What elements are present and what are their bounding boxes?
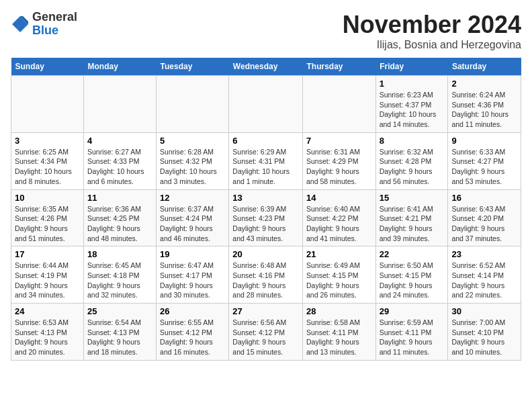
month-title: November 2024 <box>343 11 521 39</box>
day-number: 22 <box>380 249 445 259</box>
calendar-cell: 5Sunrise: 6:28 AM Sunset: 4:32 PM Daylig… <box>157 132 229 189</box>
day-info: Sunrise: 6:50 AM Sunset: 4:15 PM Dayligh… <box>380 261 445 300</box>
day-number: 25 <box>87 306 152 316</box>
day-info: Sunrise: 6:32 AM Sunset: 4:28 PM Dayligh… <box>380 147 445 187</box>
day-number: 18 <box>87 249 152 259</box>
logo-icon <box>11 15 30 34</box>
day-info: Sunrise: 6:54 AM Sunset: 4:13 PM Dayligh… <box>87 318 152 357</box>
day-info: Sunrise: 6:28 AM Sunset: 4:32 PM Dayligh… <box>160 147 225 187</box>
day-number: 10 <box>15 193 80 203</box>
col-header-monday: Monday <box>83 58 156 76</box>
calendar-cell: 4Sunrise: 6:27 AM Sunset: 4:33 PM Daylig… <box>83 132 156 189</box>
day-info: Sunrise: 6:53 AM Sunset: 4:13 PM Dayligh… <box>15 318 80 357</box>
day-number: 23 <box>451 249 517 259</box>
day-number: 9 <box>451 136 517 146</box>
calendar-cell: 27Sunrise: 6:56 AM Sunset: 4:12 PM Dayli… <box>229 304 303 361</box>
day-number: 8 <box>380 136 445 146</box>
day-info: Sunrise: 7:00 AM Sunset: 4:10 PM Dayligh… <box>451 318 517 357</box>
calendar-cell: 22Sunrise: 6:50 AM Sunset: 4:15 PM Dayli… <box>375 246 448 304</box>
calendar-cell: 1Sunrise: 6:23 AM Sunset: 4:37 PM Daylig… <box>375 76 448 133</box>
day-number: 6 <box>232 136 299 146</box>
calendar-cell: 24Sunrise: 6:53 AM Sunset: 4:13 PM Dayli… <box>11 304 84 361</box>
day-info: Sunrise: 6:35 AM Sunset: 4:26 PM Dayligh… <box>15 204 80 244</box>
col-header-tuesday: Tuesday <box>157 58 229 76</box>
logo-blue-text: Blue <box>32 24 58 37</box>
calendar-cell: 25Sunrise: 6:54 AM Sunset: 4:13 PM Dayli… <box>83 304 156 361</box>
calendar-cell: 29Sunrise: 6:59 AM Sunset: 4:11 PM Dayli… <box>375 304 448 361</box>
day-number: 26 <box>160 306 225 316</box>
day-info: Sunrise: 6:36 AM Sunset: 4:25 PM Dayligh… <box>87 204 152 244</box>
calendar-week-row: 10Sunrise: 6:35 AM Sunset: 4:26 PM Dayli… <box>11 189 521 246</box>
calendar-cell: 30Sunrise: 7:00 AM Sunset: 4:10 PM Dayli… <box>448 304 521 361</box>
day-number: 7 <box>306 136 372 146</box>
calendar-cell: 12Sunrise: 6:37 AM Sunset: 4:24 PM Dayli… <box>157 189 229 246</box>
calendar-week-row: 1Sunrise: 6:23 AM Sunset: 4:37 PM Daylig… <box>11 76 521 133</box>
day-number: 17 <box>15 249 80 259</box>
calendar-cell: 21Sunrise: 6:49 AM Sunset: 4:15 PM Dayli… <box>302 246 375 304</box>
day-info: Sunrise: 6:31 AM Sunset: 4:29 PM Dayligh… <box>306 147 372 187</box>
calendar-cell: 28Sunrise: 6:58 AM Sunset: 4:11 PM Dayli… <box>302 304 375 361</box>
day-number: 3 <box>15 136 80 146</box>
day-number: 13 <box>232 193 299 203</box>
calendar-cell <box>11 76 84 133</box>
day-number: 27 <box>232 306 299 316</box>
calendar-cell <box>83 76 156 133</box>
col-header-sunday: Sunday <box>11 58 84 76</box>
day-number: 11 <box>87 193 152 203</box>
calendar-cell: 2Sunrise: 6:24 AM Sunset: 4:36 PM Daylig… <box>448 76 521 133</box>
calendar-cell: 3Sunrise: 6:25 AM Sunset: 4:34 PM Daylig… <box>11 132 84 189</box>
day-info: Sunrise: 6:55 AM Sunset: 4:12 PM Dayligh… <box>160 318 225 357</box>
day-info: Sunrise: 6:25 AM Sunset: 4:34 PM Dayligh… <box>15 147 80 187</box>
calendar-table: SundayMondayTuesdayWednesdayThursdayFrid… <box>11 58 521 361</box>
location-subtitle: Ilijas, Bosnia and Herzegovina <box>343 39 521 51</box>
day-number: 24 <box>15 306 80 316</box>
calendar-cell: 6Sunrise: 6:29 AM Sunset: 4:31 PM Daylig… <box>229 132 303 189</box>
calendar-cell: 19Sunrise: 6:47 AM Sunset: 4:17 PM Dayli… <box>157 246 229 304</box>
day-info: Sunrise: 6:41 AM Sunset: 4:21 PM Dayligh… <box>380 204 445 244</box>
day-number: 4 <box>87 136 152 146</box>
day-info: Sunrise: 6:59 AM Sunset: 4:11 PM Dayligh… <box>380 318 445 357</box>
calendar-cell: 7Sunrise: 6:31 AM Sunset: 4:29 PM Daylig… <box>302 132 375 189</box>
calendar-cell: 14Sunrise: 6:40 AM Sunset: 4:22 PM Dayli… <box>302 189 375 246</box>
day-info: Sunrise: 6:23 AM Sunset: 4:37 PM Dayligh… <box>380 90 445 130</box>
day-number: 21 <box>306 249 372 259</box>
day-info: Sunrise: 6:39 AM Sunset: 4:23 PM Dayligh… <box>232 204 299 244</box>
day-info: Sunrise: 6:56 AM Sunset: 4:12 PM Dayligh… <box>232 318 299 357</box>
day-info: Sunrise: 6:48 AM Sunset: 4:16 PM Dayligh… <box>232 261 299 300</box>
calendar-cell <box>157 76 229 133</box>
calendar-cell: 11Sunrise: 6:36 AM Sunset: 4:25 PM Dayli… <box>83 189 156 246</box>
calendar-cell: 15Sunrise: 6:41 AM Sunset: 4:21 PM Dayli… <box>375 189 448 246</box>
calendar-header-row: SundayMondayTuesdayWednesdayThursdayFrid… <box>11 58 521 76</box>
day-info: Sunrise: 6:45 AM Sunset: 4:18 PM Dayligh… <box>87 261 152 300</box>
calendar-cell: 8Sunrise: 6:32 AM Sunset: 4:28 PM Daylig… <box>375 132 448 189</box>
calendar-cell: 20Sunrise: 6:48 AM Sunset: 4:16 PM Dayli… <box>229 246 303 304</box>
calendar-week-row: 24Sunrise: 6:53 AM Sunset: 4:13 PM Dayli… <box>11 304 521 361</box>
calendar-week-row: 17Sunrise: 6:44 AM Sunset: 4:19 PM Dayli… <box>11 246 521 304</box>
day-info: Sunrise: 6:49 AM Sunset: 4:15 PM Dayligh… <box>306 261 372 300</box>
day-info: Sunrise: 6:43 AM Sunset: 4:20 PM Dayligh… <box>451 204 517 244</box>
calendar-cell: 9Sunrise: 6:33 AM Sunset: 4:27 PM Daylig… <box>448 132 521 189</box>
day-number: 1 <box>380 79 445 89</box>
day-info: Sunrise: 6:52 AM Sunset: 4:14 PM Dayligh… <box>451 261 517 300</box>
day-number: 30 <box>451 306 517 316</box>
calendar-cell: 17Sunrise: 6:44 AM Sunset: 4:19 PM Dayli… <box>11 246 84 304</box>
col-header-thursday: Thursday <box>302 58 375 76</box>
col-header-friday: Friday <box>375 58 448 76</box>
day-number: 14 <box>306 193 372 203</box>
calendar-cell <box>229 76 303 133</box>
calendar-cell: 18Sunrise: 6:45 AM Sunset: 4:18 PM Dayli… <box>83 246 156 304</box>
day-info: Sunrise: 6:40 AM Sunset: 4:22 PM Dayligh… <box>306 204 372 244</box>
day-number: 20 <box>232 249 299 259</box>
day-number: 15 <box>380 193 445 203</box>
day-number: 19 <box>160 249 225 259</box>
calendar-cell: 13Sunrise: 6:39 AM Sunset: 4:23 PM Dayli… <box>229 189 303 246</box>
title-area: November 2024 Ilijas, Bosnia and Herzego… <box>343 11 521 51</box>
calendar-week-row: 3Sunrise: 6:25 AM Sunset: 4:34 PM Daylig… <box>11 132 521 189</box>
day-number: 12 <box>160 193 225 203</box>
day-info: Sunrise: 6:29 AM Sunset: 4:31 PM Dayligh… <box>232 147 299 187</box>
svg-marker-0 <box>12 16 28 32</box>
day-number: 5 <box>160 136 225 146</box>
day-number: 16 <box>451 193 517 203</box>
day-info: Sunrise: 6:58 AM Sunset: 4:11 PM Dayligh… <box>306 318 372 357</box>
day-info: Sunrise: 6:44 AM Sunset: 4:19 PM Dayligh… <box>15 261 80 300</box>
